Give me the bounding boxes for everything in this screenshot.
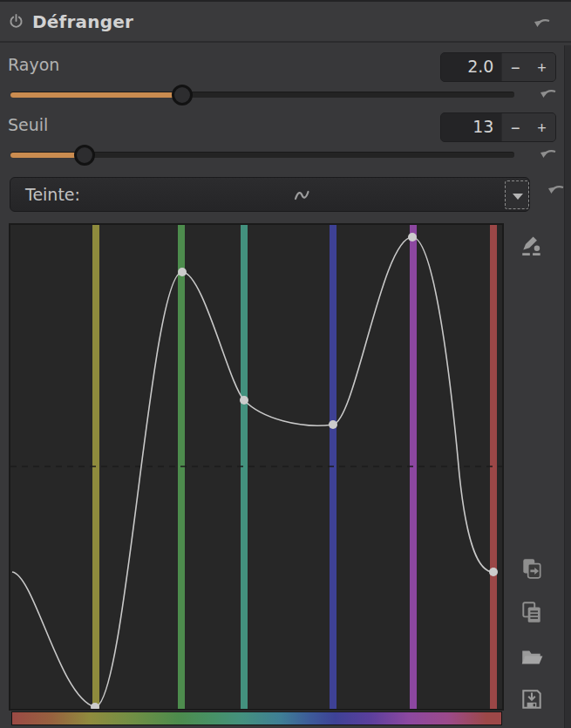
- radius-slider-knob[interactable]: [172, 85, 193, 105]
- save-icon[interactable]: [520, 687, 544, 711]
- threshold-slider[interactable]: [10, 152, 514, 158]
- hue-gradient-bar: [11, 711, 502, 725]
- reset-arrow-icon[interactable]: [539, 87, 558, 99]
- radius-slider[interactable]: [10, 92, 514, 98]
- radius-label: Rayon: [8, 55, 59, 74]
- reset-arrow-icon[interactable]: [547, 183, 566, 195]
- module-header[interactable]: Défranger: [0, 0, 571, 43]
- radius-minus-button[interactable]: −: [501, 53, 528, 81]
- curve-control-point-1[interactable]: [178, 268, 187, 276]
- radius-plus-button[interactable]: +: [528, 53, 555, 81]
- threshold-value-box: 13 − +: [440, 112, 556, 142]
- curve-control-point-2[interactable]: [240, 396, 248, 405]
- open-folder-icon[interactable]: [520, 645, 544, 670]
- reset-arrow-icon[interactable]: [539, 147, 558, 160]
- threshold-value[interactable]: 13: [441, 113, 501, 141]
- curve-control-point-5[interactable]: [489, 568, 498, 576]
- curve-control-point-3[interactable]: [329, 420, 337, 429]
- copy-icon[interactable]: [520, 600, 544, 624]
- radius-value[interactable]: 2.0: [441, 53, 501, 81]
- hue-curve-path[interactable]: [12, 237, 493, 707]
- threshold-plus-button[interactable]: +: [528, 113, 555, 141]
- hue-mode-label: Teinte:: [25, 185, 80, 204]
- edit-by-hand-icon[interactable]: [520, 232, 544, 256]
- paste-icon[interactable]: [520, 556, 544, 581]
- hue-mode-dropdown[interactable]: Teinte:: [10, 177, 530, 212]
- dropdown-arrow-button[interactable]: [505, 180, 529, 209]
- power-icon[interactable]: [9, 14, 24, 29]
- panel-edge-strip: [564, 45, 571, 728]
- threshold-label: Seuil: [8, 115, 48, 134]
- hue-curve-editor[interactable]: [9, 223, 504, 711]
- curve-control-point-4[interactable]: [408, 233, 417, 242]
- hue-curve-canvas[interactable]: [10, 225, 502, 709]
- radius-slider-fill: [10, 92, 182, 98]
- radius-value-box: 2.0 − +: [440, 52, 556, 82]
- curve-wave-icon: [293, 189, 310, 201]
- reset-arrow-icon[interactable]: [533, 17, 552, 29]
- module-title: Défranger: [32, 11, 133, 32]
- chevron-down-icon: [513, 194, 523, 200]
- threshold-slider-knob[interactable]: [74, 145, 95, 166]
- threshold-minus-button[interactable]: −: [501, 113, 528, 141]
- defringe-module-panel: Défranger Rayon 2.0 − + Seuil 13 − + Tei…: [0, 0, 571, 728]
